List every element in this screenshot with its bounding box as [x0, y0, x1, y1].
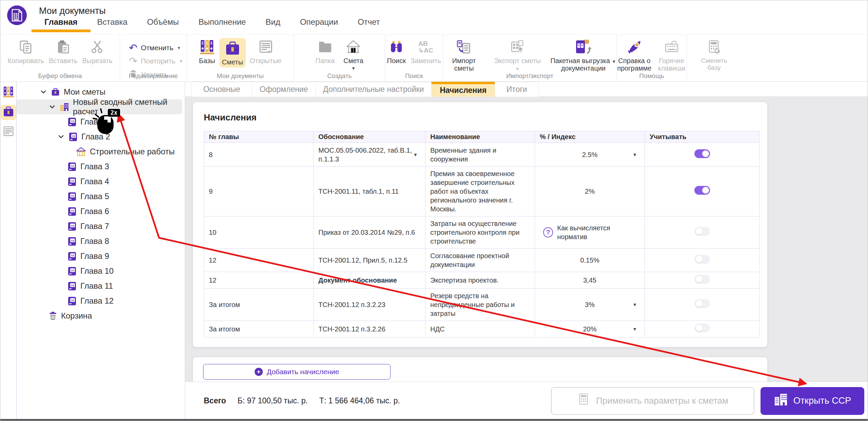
import-estimate-button[interactable]: Импорт сметы [443, 38, 485, 72]
tab-dop-nastroyki[interactable]: Дополнительные настройки [315, 82, 432, 97]
undo-button[interactable]: ↶ Отменить ▼ [129, 43, 186, 53]
chevron-down-icon[interactable]: ▼ [612, 59, 616, 64]
chevron-down-icon[interactable]: ▼ [632, 151, 637, 157]
table-row: 9 ТСН-2001.11, табл.1, п.11 Премия за св… [204, 167, 760, 216]
percent-dropdown[interactable]: 2.5%▼ [535, 143, 645, 167]
menu-tab-glavnaya[interactable]: Главная [44, 17, 78, 32]
menu-tab-otchet[interactable]: Отчет [358, 17, 380, 32]
folder-button[interactable]: Папка [315, 38, 335, 65]
menu-tab-vid[interactable]: Вид [265, 17, 280, 32]
batch-upload-button[interactable]: Пакетная выгрузка ▼документации [550, 38, 616, 72]
tree-item-chapter-7[interactable]: гл Глава 7 [17, 219, 182, 234]
tree-item-chapter-2[interactable]: гл Глава 2 [17, 129, 182, 144]
tree-item-chapter-8[interactable]: гл Глава 8 [17, 234, 182, 249]
redo-button[interactable]: ↷ Повторить ▼ [129, 56, 186, 66]
bases-button[interactable]: Базы [199, 38, 215, 65]
calculator-icon [707, 38, 722, 56]
chevron-down-icon[interactable] [57, 133, 65, 140]
ribbon-group-caption: Буфер обмена [0, 72, 120, 80]
tree-item-summary-estimate[interactable]: Новый сводный сметный расчет [17, 99, 182, 114]
chevron-down-icon[interactable]: ▼ [177, 45, 181, 51]
search-button[interactable]: Поиск [387, 38, 406, 65]
svg-text:гл: гл [71, 119, 74, 122]
svg-text:гл: гл [71, 224, 74, 227]
chevron-down-icon[interactable]: ▼ [632, 302, 637, 308]
main-menu: Главная Вставка Объёмы Выполнение Вид Оп… [44, 17, 380, 32]
plus-icon: + [255, 368, 263, 376]
include-toggle[interactable] [694, 299, 710, 308]
copy-button[interactable]: Копировать [7, 38, 44, 65]
basis-dropdown[interactable]: МОС.05.05-006.2022, таб.В.1, п.1.1.3▼ [314, 143, 426, 167]
rail-estimates-button[interactable] [1, 105, 16, 120]
opened-button[interactable]: Открытые [250, 38, 282, 65]
chapter-icon: гл [67, 296, 77, 306]
cut-button[interactable]: Вырезать [82, 38, 113, 65]
svg-text:гл: гл [71, 268, 74, 272]
estimate-create-button[interactable]: Смета ▼ [343, 38, 363, 71]
tree-item-chapter-6[interactable]: гл Глава 6 [17, 204, 182, 219]
ribbon-group-my-documents: Базы Сметы Открытые Мои документы [187, 35, 294, 81]
tree-item-chapter-9[interactable]: гл Глава 9 [17, 249, 182, 264]
open-documents-icon [2, 126, 15, 139]
export-estimate-button[interactable]: Экспорт сметы ▼ [492, 38, 543, 72]
include-toggle[interactable] [694, 227, 710, 236]
include-toggle[interactable] [694, 255, 710, 264]
tree-item-chapter-10[interactable]: гл Глава 10 [17, 264, 182, 279]
svg-text:гл: гл [71, 179, 74, 182]
apply-parameters-button[interactable]: Применить параметры к сметам [551, 387, 754, 415]
change-base-button[interactable]: Сменить базу [697, 38, 731, 71]
tab-oformlenie[interactable]: Оформление [252, 82, 316, 97]
menu-tab-vstavka[interactable]: Вставка [97, 17, 127, 32]
tab-itogi[interactable]: Итоги [495, 82, 539, 97]
hotkeys-button[interactable]: Горячие клавиши [657, 38, 687, 72]
include-toggle[interactable] [694, 324, 710, 332]
chevron-down-icon[interactable] [48, 103, 56, 111]
chevron-down-icon[interactable]: ▼ [632, 326, 637, 332]
tree-item-chapter-1[interactable]: гл Глава 1 [17, 114, 182, 129]
tab-osnovnye[interactable]: Основные [191, 82, 252, 97]
percent-dropdown[interactable]: 20%▼ [535, 321, 645, 338]
tree-item-chapter-4[interactable]: гл Глава 4 [17, 174, 182, 189]
left-rail [0, 82, 17, 421]
settings-tabbar: Основные Оформление Дополнительные настр… [185, 82, 868, 97]
rail-opened-button[interactable] [1, 124, 16, 140]
chevron-down-icon[interactable]: ▼ [413, 151, 418, 157]
tree-item-chapter-12[interactable]: гл Глава 12 [17, 293, 182, 308]
app-header: Мои документы Главная Вставка Объёмы Вып… [0, 0, 868, 34]
rail-bases-button[interactable] [1, 84, 16, 101]
about-button[interactable]: Справка о программе [617, 38, 652, 72]
add-accrual-button[interactable]: + Добавить начисление [203, 364, 391, 380]
paste-button[interactable]: Вставить [49, 38, 78, 65]
bases-binders-icon [199, 38, 215, 56]
include-toggle[interactable] [694, 275, 710, 284]
tree-item-chapter-11[interactable]: гл Глава 11 [17, 279, 182, 293]
table-row: 10 Приказ от 20.03.2014 №29, п.6 Затраты… [204, 216, 760, 249]
include-toggle[interactable] [694, 186, 710, 195]
open-ssr-button[interactable]: Открыть ССР [761, 387, 864, 415]
table-row: 12 Документ обоснование Экспертиза проек… [204, 272, 760, 289]
tree-item-construction-works[interactable]: Строительные работы [17, 144, 182, 159]
tab-nachisleniya[interactable]: Начисления [431, 82, 495, 97]
tree-item-recycle-bin[interactable]: Корзина [17, 308, 182, 323]
tree-item-chapter-3[interactable]: гл Глава 3 [17, 159, 182, 174]
replace-button[interactable]: AB↳AC Заменить [411, 38, 441, 65]
copy-icon [18, 38, 34, 56]
menu-tab-vypolnenie[interactable]: Выполнение [199, 17, 246, 32]
chapter-icon: гл [68, 132, 78, 141]
ribbon-group-editing: ↶ Отменить ▼ ↷ Повторить ▼ Удалить Редак… [120, 35, 187, 81]
window-title: Мои документы [39, 6, 106, 16]
ribbon-group-caption: Мои документы [187, 72, 294, 80]
include-toggle[interactable] [694, 149, 710, 158]
percent-dropdown[interactable]: 3%▼ [535, 289, 645, 321]
rocket-icon [626, 38, 643, 56]
estimates-button[interactable]: Сметы [219, 38, 246, 68]
chevron-down-icon[interactable] [40, 88, 47, 96]
how-calculated-link[interactable]: ?Как вычисляется норматив [543, 224, 640, 241]
svg-text:гл: гл [71, 238, 74, 242]
chevron-down-icon[interactable]: ▼ [515, 66, 520, 72]
chevron-down-icon[interactable]: ▼ [179, 59, 183, 64]
chevron-down-icon[interactable]: ▼ [351, 66, 356, 71]
menu-tab-operacii[interactable]: Операции [300, 17, 338, 32]
tree-item-chapter-5[interactable]: гл Глава 5 [17, 189, 182, 204]
menu-tab-obyomy[interactable]: Объёмы [147, 17, 179, 32]
